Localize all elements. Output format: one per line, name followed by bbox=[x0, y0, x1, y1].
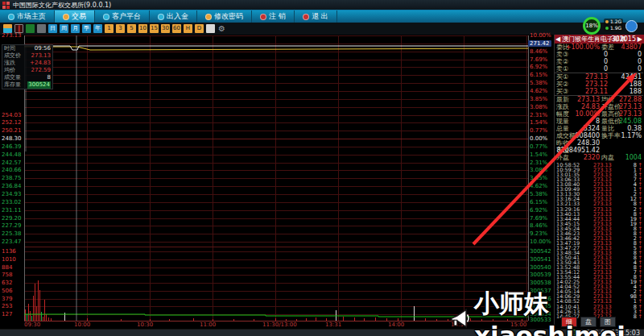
minutes-10-icon[interactable]: 10 bbox=[138, 24, 147, 33]
menu-item[interactable]: 交易 bbox=[55, 10, 95, 23]
minutes-D-icon[interactable]: D bbox=[195, 24, 204, 33]
percent-axis-label: 5.38% bbox=[530, 80, 547, 86]
volume-axis-label: 758 bbox=[2, 272, 12, 278]
volume-axis-label: 253 bbox=[2, 303, 12, 309]
gear-icon[interactable]: ⚙ bbox=[217, 24, 226, 33]
time-axis-label: 09:30 bbox=[24, 321, 40, 328]
period-季-icon[interactable]: 季 bbox=[82, 24, 91, 33]
info-box-row: 成交价273.13 bbox=[2, 52, 52, 60]
quote-label: 均价 bbox=[601, 96, 614, 103]
grid-horizontal bbox=[24, 52, 528, 52]
inventory-axis-label: 300542 bbox=[530, 248, 551, 255]
volume-axis-label: 632 bbox=[2, 280, 12, 286]
price-axis-label: 244.48 bbox=[2, 151, 22, 158]
password-icon bbox=[205, 14, 212, 20]
period-周-icon[interactable]: 周 bbox=[60, 24, 68, 33]
edit-icon[interactable] bbox=[206, 24, 215, 33]
minutes-5-icon[interactable]: 5 bbox=[127, 24, 136, 33]
grid-horizontal bbox=[24, 147, 528, 147]
quote-label: 现量 bbox=[556, 118, 569, 125]
logout-icon bbox=[260, 14, 266, 20]
quote-value: +100.00% bbox=[566, 44, 600, 51]
crosshair-info-box: 时间09:56成交价273.13涨跌+24.83均价272.59成交量8库存量3… bbox=[2, 44, 53, 89]
volume-bar bbox=[275, 318, 276, 321]
quote-label: 内盘 bbox=[601, 154, 614, 161]
watermark: 小师妹xiaoshimei bbox=[449, 287, 644, 336]
volume-bar bbox=[27, 314, 27, 321]
window-title: 中国国际文化产权交易所(9.0.0.1) bbox=[13, 0, 111, 10]
next-instrument-arrow[interactable]: ▶ bbox=[638, 35, 642, 44]
info-box-label: 成交量 bbox=[4, 74, 21, 81]
period-月-icon[interactable]: 月 bbox=[71, 24, 80, 33]
menu-item-label: 出入金 bbox=[167, 11, 188, 22]
volume-bar bbox=[121, 319, 122, 321]
price-axis-label: 229.20 bbox=[2, 215, 22, 222]
quote-value: 273.13 bbox=[619, 103, 642, 110]
minutes-1-icon[interactable]: 1 bbox=[105, 24, 114, 33]
volume-axis-label: 506 bbox=[2, 288, 12, 294]
volume-bar bbox=[25, 309, 26, 321]
minutes-15-icon[interactable]: 15 bbox=[150, 24, 159, 33]
performance-percent: 18% bbox=[585, 23, 598, 29]
volume-bar bbox=[39, 290, 40, 321]
percent-axis-label: 2.31% bbox=[530, 112, 547, 118]
ask-qty: 0 bbox=[638, 51, 642, 58]
grid-horizontal bbox=[24, 194, 528, 195]
volume-bar bbox=[364, 318, 365, 321]
info-box-value: +24.83 bbox=[30, 60, 51, 67]
menu-item[interactable]: 修改密码 bbox=[197, 10, 252, 23]
menu-item[interactable]: 注 销 bbox=[252, 10, 295, 23]
info-box-row: 时间09:56 bbox=[2, 45, 52, 52]
upload-dot-icon bbox=[605, 20, 609, 23]
minutes-30-icon[interactable]: 30 bbox=[161, 24, 170, 33]
percent-axis-label: 6.15% bbox=[530, 199, 547, 205]
kline-icon[interactable] bbox=[26, 24, 35, 33]
volume-bar bbox=[326, 318, 327, 321]
price-axis-label: 273.13 bbox=[2, 32, 22, 39]
price-axis-label: 227.29 bbox=[2, 222, 22, 229]
price-axis-label: 246.39 bbox=[2, 143, 22, 150]
ask-row: 卖①00 bbox=[555, 65, 643, 73]
menu-item[interactable]: 退 出 bbox=[295, 10, 337, 23]
menu-item[interactable]: 市场主页 bbox=[0, 10, 55, 23]
quote-label: 外盘 bbox=[556, 154, 569, 161]
minutes-H-icon[interactable]: H bbox=[184, 24, 192, 33]
volume-bar bbox=[343, 317, 344, 321]
menu-item[interactable]: 出入金 bbox=[150, 10, 197, 23]
volume-bar bbox=[44, 300, 45, 321]
quote-value: 10.00% bbox=[575, 110, 600, 118]
stat-row: 最新273.13均价272.88 bbox=[555, 96, 643, 103]
percent-axis-label: 8.46% bbox=[530, 48, 547, 55]
grid-horizontal bbox=[24, 268, 528, 268]
grid-horizontal bbox=[24, 259, 528, 260]
volume-bar bbox=[31, 316, 32, 321]
inventory-axis-label: 300541 bbox=[530, 256, 551, 263]
bid-qty: 188 bbox=[630, 88, 642, 95]
prev-instrument-arrow[interactable]: ◀ bbox=[555, 35, 560, 44]
grid-horizontal bbox=[24, 83, 528, 84]
quote-value: 908400 bbox=[575, 132, 600, 139]
minutes-3-icon[interactable]: 3 bbox=[116, 24, 125, 33]
quote-label: 成交额 bbox=[556, 132, 576, 139]
ask-qty: 0 bbox=[638, 65, 642, 73]
period-年-icon[interactable]: 年 bbox=[93, 24, 102, 33]
time-axis-label: 13:31 bbox=[325, 321, 341, 328]
info-box-label: 时间 bbox=[4, 45, 15, 52]
performance-badge[interactable]: 18% bbox=[583, 17, 601, 35]
grid-horizontal bbox=[24, 283, 528, 284]
quote-label: 量比 bbox=[601, 125, 614, 132]
ask-price: 0 bbox=[604, 65, 608, 73]
quote-label: 昨收 bbox=[556, 139, 569, 147]
price-axis-label: 238.75 bbox=[2, 175, 22, 181]
assistant-bubble-icon[interactable] bbox=[625, 20, 638, 32]
percent-axis-label: 1.54% bbox=[530, 151, 547, 158]
volume-bar bbox=[436, 319, 437, 321]
minutes-60-icon[interactable]: 60 bbox=[172, 24, 181, 33]
info-box-value: 273.13 bbox=[31, 52, 52, 60]
volume-bar bbox=[398, 318, 398, 321]
menu-item[interactable]: 客户平台 bbox=[95, 10, 150, 23]
bid-price: 273.12 bbox=[585, 81, 608, 88]
list-icon[interactable] bbox=[37, 24, 46, 33]
grid-horizontal bbox=[24, 210, 528, 211]
period-日-icon[interactable]: 日 bbox=[48, 24, 57, 33]
